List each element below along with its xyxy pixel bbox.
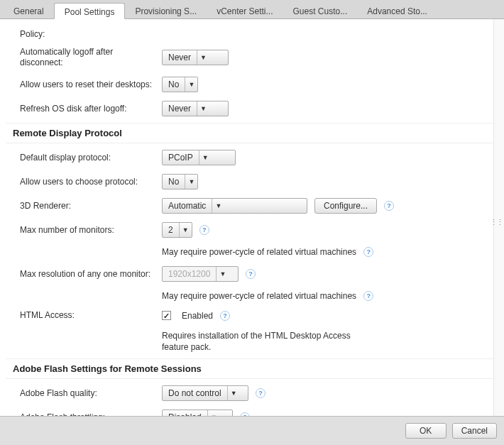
chevron-down-icon: ▼	[212, 199, 224, 213]
chevron-down-icon: ▼	[197, 101, 209, 116]
tab-vcenter[interactable]: vCenter Setti...	[207, 3, 283, 18]
help-icon[interactable]: ?	[384, 201, 394, 211]
help-icon[interactable]: ?	[199, 225, 209, 235]
html-access-checkbox[interactable]	[162, 311, 171, 320]
3d-renderer-label: 3D Renderer:	[20, 201, 162, 211]
section-adobe-flash: Adobe Flash Settings for Remote Sessions	[6, 359, 498, 379]
allow-choose-protocol-dropdown[interactable]: No ▼	[162, 174, 198, 189]
cancel-button[interactable]: Cancel	[452, 423, 497, 439]
max-resolution-dropdown: 1920x1200 ▼	[162, 266, 239, 282]
chevron-down-icon: ▼	[227, 386, 240, 400]
auto-logoff-dropdown[interactable]: Never ▼	[162, 50, 229, 65]
section-remote-display: Remote Display Protocol	[6, 123, 498, 143]
ok-button[interactable]: OK	[405, 423, 447, 439]
max-resolution-label: Max resolution of any one monitor:	[20, 269, 162, 280]
html-access-note: Requires installation of the HTML Deskto…	[6, 327, 361, 356]
tab-pool-settings[interactable]: Pool Settings	[54, 3, 126, 19]
chevron-down-icon: ▼	[197, 50, 209, 65]
tabs-bar: General Pool Settings Provisioning S... …	[0, 0, 504, 19]
chevron-down-icon: ▼	[185, 175, 197, 189]
dialog-footer: OK Cancel	[0, 416, 504, 445]
flash-quality-label: Adobe Flash quality:	[20, 388, 162, 399]
flash-throttling-dropdown[interactable]: Disabled ▼	[162, 410, 233, 416]
help-icon[interactable]: ?	[363, 247, 373, 257]
refresh-os-dropdown[interactable]: Never ▼	[162, 101, 229, 116]
help-icon[interactable]: ?	[220, 311, 230, 321]
max-monitors-label: Max number of monitors:	[20, 225, 162, 236]
flash-quality-dropdown[interactable]: Do not control ▼	[162, 385, 248, 401]
chevron-down-icon: ▼	[179, 223, 192, 237]
tab-general[interactable]: General	[4, 3, 54, 18]
help-icon[interactable]: ?	[256, 388, 265, 398]
chevron-down-icon: ▼	[216, 267, 229, 281]
html-access-label: HTML Access:	[20, 310, 162, 321]
tab-guest-customization[interactable]: Guest Custo...	[283, 3, 358, 18]
default-protocol-dropdown[interactable]: PCoIP ▼	[162, 150, 236, 165]
tab-provisioning[interactable]: Provisioning S...	[125, 3, 207, 18]
tab-advanced-storage[interactable]: Advanced Sto...	[357, 3, 437, 18]
drag-handle-icon[interactable]: ⋮⋮	[490, 218, 503, 227]
allow-reset-dropdown[interactable]: No ▼	[162, 77, 198, 92]
allow-reset-label: Allow users to reset their desktops:	[20, 79, 162, 90]
refresh-os-label: Refresh OS disk after logoff:	[20, 104, 162, 114]
html-access-enabled-label: Enabled	[182, 311, 213, 321]
max-monitors-dropdown[interactable]: 2 ▼	[162, 222, 192, 238]
default-protocol-label: Default display protocol:	[20, 153, 162, 163]
chevron-down-icon: ▼	[207, 410, 220, 416]
chevron-down-icon: ▼	[199, 150, 212, 165]
policy-label-clipped: Policy:	[6, 25, 498, 40]
content-panel: Policy: Automatically logoff after disco…	[0, 19, 504, 416]
3d-renderer-dropdown[interactable]: Automatic ▼	[162, 198, 307, 214]
help-icon[interactable]: ?	[246, 269, 256, 279]
scrollbar-track[interactable]: ⋮⋮	[493, 19, 504, 416]
power-cycle-note-1: May require power-cycle of related virtu…	[6, 244, 498, 260]
chevron-down-icon: ▼	[185, 77, 197, 92]
help-icon[interactable]: ?	[363, 291, 373, 301]
auto-logoff-label: Automatically logoff after disconnect:	[20, 47, 162, 68]
power-cycle-note-2: May require power-cycle of related virtu…	[6, 288, 498, 304]
allow-choose-protocol-label: Allow users to choose protocol:	[20, 177, 162, 187]
configure-button[interactable]: Configure...	[314, 198, 377, 214]
